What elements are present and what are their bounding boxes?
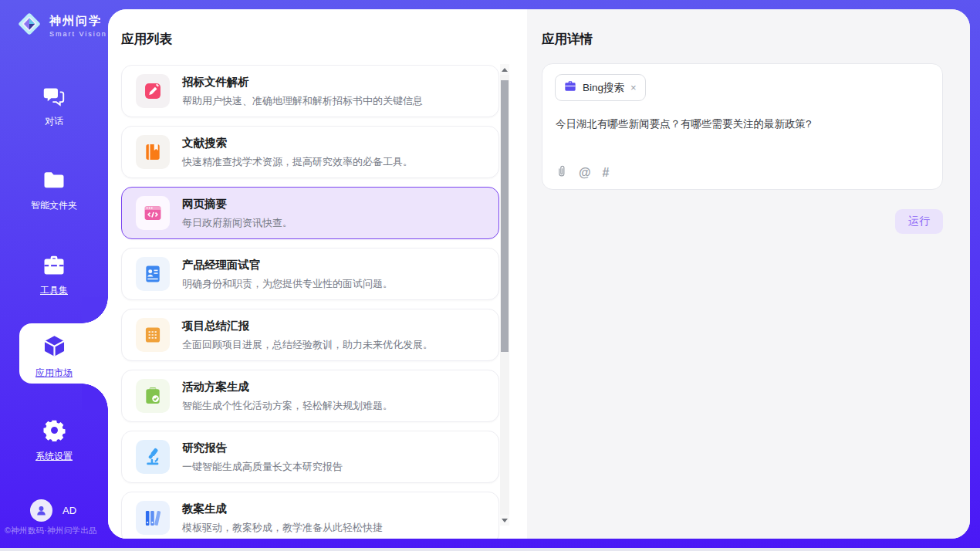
mention-at-icon[interactable]: @ — [579, 166, 591, 180]
briefcase-icon — [564, 80, 576, 95]
sidebar-item-chat[interactable]: 对话 — [0, 85, 108, 128]
app-card-list: 招标文件解析 帮助用户快速、准确地理解和解析招标书中的关键信息 文献搜索 快速精… — [121, 65, 499, 539]
bubble-fillet-top — [82, 297, 108, 323]
user-profile[interactable]: AD — [30, 499, 76, 522]
app-detail-panel: 应用详情 Bing搜索 × 今日湖北有哪些新闻要点？有哪些需要关注的最新政策? — [527, 9, 970, 539]
run-button[interactable]: 运行 — [895, 209, 943, 234]
brand-logo: 神州问学 Smart Vision — [15, 10, 107, 41]
toolbox-icon — [42, 255, 66, 279]
app-card-desc: 全面回顾项目进展，总结经验教训，助力未来优化发展。 — [182, 338, 433, 352]
sidebar-item-toolkit[interactable]: 工具集 — [0, 255, 108, 297]
app-icon-tile — [136, 379, 170, 413]
app-list-scrollbar[interactable] — [500, 64, 509, 526]
app-card-desc: 模板驱动，教案秒成，教学准备从此轻松快捷 — [182, 521, 383, 535]
tool-chip-bing-search[interactable]: Bing搜索 × — [555, 74, 646, 101]
app-card-desc: 智能生成个性化活动方案，轻松解决规划难题。 — [182, 399, 393, 413]
app-icon-tile — [136, 318, 170, 352]
sidebar-item-label: 工具集 — [40, 284, 68, 297]
brand-subtitle: Smart Vision — [49, 30, 107, 38]
sticky-note-icon — [143, 325, 163, 345]
app-list-title: 应用列表 — [121, 31, 172, 48]
tool-chip-label: Bing搜索 — [583, 81, 624, 95]
attach-toolbar: @ # — [556, 164, 610, 181]
compose-card: Bing搜索 × 今日湖北有哪些新闻要点？有哪些需要关注的最新政策? @ # — [542, 63, 943, 190]
clipboard-check-icon — [143, 386, 163, 406]
scroll-up-icon — [502, 68, 508, 72]
app-card-title: 产品经理面试官 — [182, 258, 393, 272]
app-card-literature-search[interactable]: 文献搜索 快速精准查找学术资源，提高研究效率的必备工具。 — [121, 126, 499, 178]
app-card-title: 招标文件解析 — [182, 75, 423, 90]
avatar — [30, 499, 52, 522]
microscope-icon — [143, 447, 163, 467]
scrollbar-down-button[interactable] — [500, 515, 509, 526]
sidebar-footer: ©神州数码·神州问学出品 — [5, 526, 108, 536]
brand-diamond-icon — [15, 10, 43, 41]
app-card-title: 文献搜索 — [182, 136, 413, 150]
app-card-title: 网页摘要 — [182, 197, 292, 211]
sidebar-item-settings[interactable]: 系统设置 — [0, 419, 108, 463]
app-card-title: 活动方案生成 — [182, 380, 393, 394]
scrollbar-up-button[interactable] — [500, 64, 509, 75]
chat-icon — [42, 85, 66, 110]
app-card-project-summary[interactable]: 项目总结汇报 全面回顾项目进展，总结经验教训，助力未来优化发展。 — [121, 309, 499, 361]
app-card-research-report[interactable]: 研究报告 一键智能生成高质量长文本研究报告 — [121, 431, 499, 483]
app-card-title: 项目总结汇报 — [182, 319, 433, 333]
main-content: 应用列表 招标文件解析 帮助用户快速、准确地理解和解析招标书中的关键信息 — [108, 9, 970, 539]
app-card-title: 研究报告 — [182, 441, 343, 455]
app-icon-tile — [136, 196, 170, 230]
app-card-desc: 每日政府新闻资讯快查。 — [182, 216, 292, 230]
app-icon-tile — [136, 257, 170, 291]
app-card-bid-analysis[interactable]: 招标文件解析 帮助用户快速、准确地理解和解析招标书中的关键信息 — [121, 65, 499, 117]
sidebar: 神州问学 Smart Vision 对话 智能文件夹 — [0, 0, 108, 551]
app-icon-tile — [136, 440, 170, 474]
app-icon-tile — [136, 501, 170, 535]
hash-icon[interactable]: # — [603, 166, 610, 180]
app-card-web-summary[interactable]: 网页摘要 每日政府新闻资讯快查。 — [121, 187, 499, 239]
app-icon-tile — [136, 74, 170, 108]
app-card-desc: 一键智能生成高质量长文本研究报告 — [182, 460, 343, 474]
resume-person-icon — [143, 264, 163, 284]
app-card-pm-interviewer[interactable]: 产品经理面试官 明确身份和职责，为您提供专业性的面试问题。 — [121, 248, 499, 300]
sidebar-item-app-market[interactable]: 应用市场 — [0, 334, 108, 380]
query-text-input[interactable]: 今日湖北有哪些新闻要点？有哪些需要关注的最新政策? — [556, 117, 926, 131]
books-icon — [143, 508, 163, 528]
bubble-fillet-bottom — [82, 384, 108, 410]
cube-icon — [42, 334, 66, 361]
app-card-desc: 快速精准查找学术资源，提高研究效率的必备工具。 — [182, 155, 413, 169]
sidebar-item-label: 智能文件夹 — [31, 199, 77, 212]
brand-name: 神州问学 — [49, 14, 107, 29]
scrollbar-thumb[interactable] — [501, 80, 509, 352]
app-list-panel: 应用列表 招标文件解析 帮助用户快速、准确地理解和解析招标书中的关键信息 — [108, 9, 527, 539]
sidebar-item-smart-folder[interactable]: 智能文件夹 — [0, 171, 108, 212]
scroll-down-icon — [502, 519, 508, 522]
sidebar-item-label: 系统设置 — [35, 450, 73, 463]
sidebar-item-label: 对话 — [45, 115, 63, 128]
app-icon-tile — [136, 135, 170, 169]
app-detail-title: 应用详情 — [542, 31, 593, 48]
app-card-event-plan[interactable]: 活动方案生成 智能生成个性化活动方案，轻松解决规划难题。 — [121, 370, 499, 422]
sidebar-item-label: 应用市场 — [35, 367, 73, 380]
app-card-lesson-plan[interactable]: 教案生成 模板驱动，教案秒成，教学准备从此轻松快捷 — [121, 492, 499, 539]
app-card-desc: 帮助用户快速、准确地理解和解析招标书中的关键信息 — [182, 94, 423, 108]
folder-icon — [42, 171, 66, 194]
chip-close-icon[interactable]: × — [630, 83, 637, 93]
app-card-desc: 明确身份和职责，为您提供专业性的面试问题。 — [182, 277, 393, 291]
app-card-title: 教案生成 — [182, 502, 383, 516]
browser-icon — [143, 203, 163, 223]
bottom-strip — [0, 548, 980, 551]
edit-square-icon — [143, 81, 163, 101]
gear-icon — [43, 419, 66, 445]
book-icon — [143, 142, 163, 162]
user-name: AD — [63, 505, 76, 516]
paperclip-icon[interactable] — [556, 164, 567, 181]
